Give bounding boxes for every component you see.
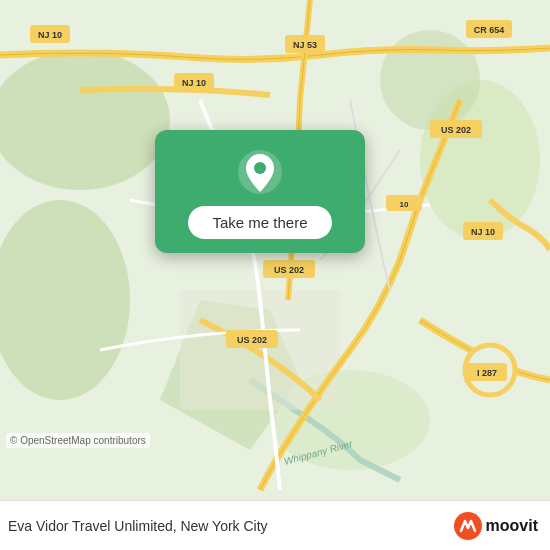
svg-text:US 202: US 202 [441,125,471,135]
moovit-logo: moovit [454,512,538,540]
place-name: Eva Vidor Travel Unlimited, New York Cit… [8,518,268,534]
svg-text:CR 654: CR 654 [474,25,505,35]
map-container: NJ 10 NJ 53 NJ 10 CR 654 US 202 10 NJ 10… [0,0,550,500]
svg-text:US 202: US 202 [237,335,267,345]
location-pin-icon [236,148,284,196]
svg-point-4 [380,30,480,130]
svg-point-31 [254,162,266,174]
svg-text:I 287: I 287 [477,368,497,378]
moovit-icon [454,512,482,540]
svg-text:NJ 53: NJ 53 [293,40,317,50]
svg-text:NJ 10: NJ 10 [38,30,62,40]
take-me-there-button[interactable]: Take me there [188,206,331,239]
svg-text:US 202: US 202 [274,265,304,275]
osm-attribution: © OpenStreetMap contributors [6,433,150,448]
moovit-text: moovit [486,517,538,535]
svg-text:NJ 10: NJ 10 [471,227,495,237]
popup-card[interactable]: Take me there [155,130,365,253]
bottom-bar: Eva Vidor Travel Unlimited, New York Cit… [0,500,550,550]
svg-text:NJ 10: NJ 10 [182,78,206,88]
svg-text:10: 10 [400,200,409,209]
